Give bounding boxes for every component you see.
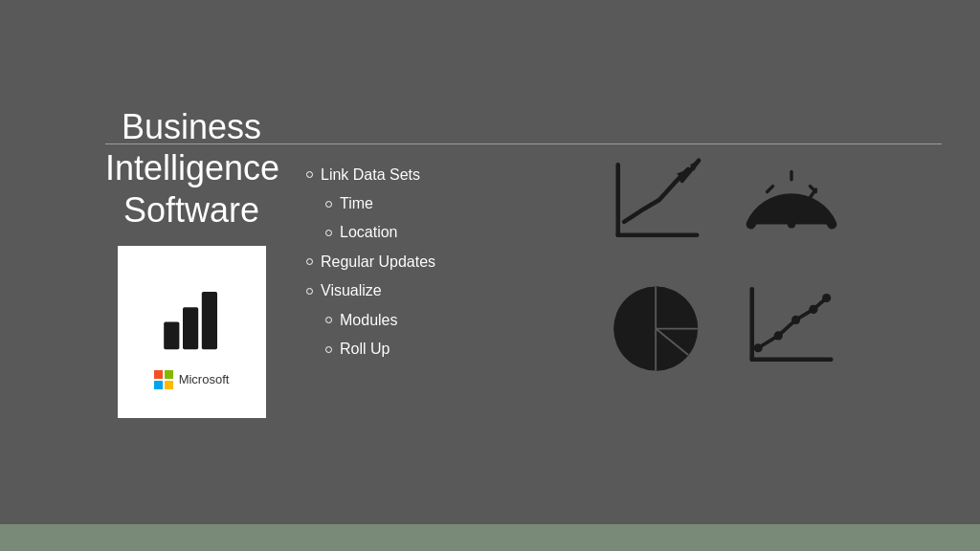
feature-list: Link Data Sets Time Location Regular Upd… bbox=[306, 161, 488, 364]
middle-panel: Link Data Sets Time Location Regular Upd… bbox=[278, 161, 488, 364]
svg-point-23 bbox=[774, 331, 783, 340]
microsoft-grid-icon bbox=[154, 370, 173, 389]
bullet-dot-icon bbox=[325, 346, 332, 353]
trend-chart-icon bbox=[605, 147, 710, 253]
content-area: Business Intelligence Software Microsoft bbox=[0, 0, 980, 524]
bullet-dot-icon bbox=[306, 258, 313, 265]
svg-line-11 bbox=[768, 187, 773, 192]
title-line3: Software bbox=[123, 190, 259, 230]
ms-yellow-cell bbox=[165, 381, 173, 389]
ms-blue-cell bbox=[154, 381, 163, 389]
svg-rect-1 bbox=[183, 307, 198, 349]
svg-point-14 bbox=[788, 220, 795, 228]
svg-point-24 bbox=[791, 316, 800, 324]
microsoft-logo-row: Microsoft bbox=[154, 370, 230, 389]
list-item: Regular Updates bbox=[306, 248, 488, 276]
power-bi-logo-icon bbox=[148, 275, 234, 361]
scatter-chart-icon bbox=[739, 272, 844, 377]
page-title: Business Intelligence Software bbox=[105, 106, 278, 231]
title-line2: Intelligence bbox=[105, 148, 279, 187]
svg-point-25 bbox=[809, 305, 817, 314]
bullet-dot-icon bbox=[306, 288, 313, 295]
chart-icons-grid bbox=[605, 147, 844, 377]
list-item: Time bbox=[306, 189, 488, 218]
bullet-dot-icon bbox=[325, 201, 332, 208]
list-item: Modules bbox=[306, 306, 488, 335]
right-panel bbox=[488, 147, 980, 377]
svg-point-22 bbox=[754, 343, 763, 352]
bullet-dot-icon bbox=[325, 317, 332, 323]
svg-point-26 bbox=[822, 294, 831, 302]
ms-green-cell bbox=[165, 370, 173, 379]
title-line1: Business bbox=[122, 107, 261, 146]
speedometer-icon bbox=[739, 147, 844, 253]
ms-red-cell bbox=[154, 370, 163, 379]
svg-rect-0 bbox=[164, 321, 179, 349]
list-item: Roll Up bbox=[306, 335, 488, 364]
pie-chart-icon bbox=[605, 272, 710, 377]
bottom-bar bbox=[0, 524, 980, 551]
bullet-dot-icon bbox=[325, 230, 332, 236]
product-box: Microsoft bbox=[118, 246, 266, 418]
list-item: Visualize bbox=[306, 276, 488, 305]
svg-rect-2 bbox=[202, 292, 217, 349]
list-item: Location bbox=[306, 218, 488, 247]
microsoft-label: Microsoft bbox=[179, 372, 230, 386]
left-panel: Business Intelligence Software Microsoft bbox=[0, 106, 278, 418]
list-item: Link Data Sets bbox=[306, 161, 488, 189]
bullet-dot-icon bbox=[306, 171, 313, 178]
